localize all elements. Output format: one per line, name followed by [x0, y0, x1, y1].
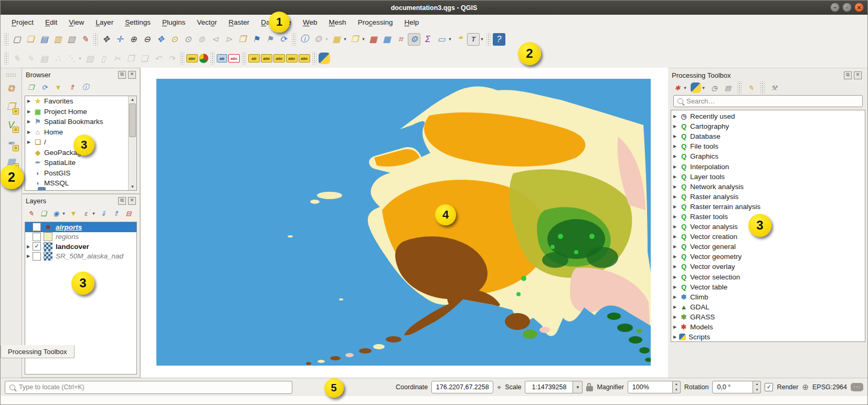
- scale-dropdown-icon[interactable]: ▼: [573, 381, 583, 393]
- processing-group-item[interactable]: ▶✾GRASS: [671, 312, 865, 322]
- new-print-layout-icon[interactable]: ▥▾: [51, 33, 64, 46]
- expand-arrow-icon[interactable]: ▶: [673, 305, 679, 309]
- expand-arrow-icon[interactable]: ▶: [673, 214, 679, 219]
- browser-tree-item[interactable]: ▶⚑Spatial Bookmarks: [25, 117, 128, 127]
- menu-item[interactable]: Web: [297, 16, 323, 28]
- show-hide-labels-icon[interactable]: abc▾: [261, 54, 272, 63]
- zoom-next-icon[interactable]: ⊳▾: [223, 33, 235, 46]
- expand-arrow-icon[interactable]: ▶: [27, 254, 33, 258]
- coordinate-input[interactable]: 176.2207,67.2258: [431, 381, 493, 393]
- refresh-browser-icon[interactable]: ⟳▾: [39, 82, 50, 92]
- scroll-thumb[interactable]: [129, 103, 136, 137]
- expand-arrow-icon[interactable]: ▶: [673, 295, 679, 299]
- expand-arrow-icon[interactable]: ▶: [673, 315, 679, 319]
- zoom-to-layer-icon[interactable]: ⊙▾: [182, 33, 194, 46]
- options-icon[interactable]: ⚒▾: [769, 82, 779, 93]
- detach-panel-icon[interactable]: ⧉: [118, 197, 126, 205]
- close-button[interactable]: ✕: [854, 3, 864, 12]
- save-layer-edits-icon[interactable]: ▤▾: [38, 52, 50, 65]
- edit-features-in-place-icon[interactable]: ✎▾: [746, 82, 756, 93]
- filter-legend-icon[interactable]: ▼▾: [68, 208, 79, 219]
- expand-arrow-icon[interactable]: ▶: [673, 164, 679, 169]
- expand-arrow-icon[interactable]: ▶: [27, 140, 33, 144]
- collapse-all-layers-icon[interactable]: ⇑▾: [111, 208, 121, 219]
- new-shapefile-layer-icon[interactable]: V✱: [4, 118, 18, 132]
- map-tips-icon[interactable]: ❝▾: [453, 33, 466, 46]
- zoom-last-icon[interactable]: ⊲▾: [209, 33, 221, 46]
- processing-group-item[interactable]: ▶QRaster analysis: [671, 192, 865, 202]
- current-edits-icon[interactable]: ✎▾: [10, 52, 23, 65]
- tab-processing-toolbox[interactable]: Processing Toolbox: [1, 345, 75, 358]
- expand-arrow-icon[interactable]: ▶: [27, 99, 33, 103]
- open-attribute-table-icon[interactable]: ▦▾: [380, 33, 393, 46]
- add-selected-layer-icon[interactable]: ❒▾: [26, 82, 36, 92]
- menu-item[interactable]: Settings: [119, 16, 156, 28]
- detach-panel-icon[interactable]: ⧉: [118, 71, 126, 79]
- layer-visibility-checkbox[interactable]: [33, 252, 41, 261]
- processing-group-item[interactable]: ▶QVector selection: [671, 272, 865, 282]
- expand-arrow-icon[interactable]: ▶: [27, 109, 33, 114]
- python-console-icon[interactable]: ▾: [319, 53, 330, 64]
- menu-item[interactable]: View: [63, 16, 90, 28]
- select-features-icon[interactable]: ▦▾: [330, 33, 347, 46]
- processing-group-item[interactable]: ▶◷Recently used: [671, 111, 865, 121]
- zoom-native-icon[interactable]: ⊚▾: [195, 33, 208, 46]
- select-features-by-value-icon[interactable]: ❐▾: [348, 33, 366, 46]
- lock-scale-icon[interactable]: [586, 386, 593, 391]
- crs-status[interactable]: EPSG:2964: [812, 383, 847, 391]
- help-icon[interactable]: ?▾: [493, 33, 505, 46]
- refresh-map-icon[interactable]: ⟳▾: [277, 33, 290, 46]
- toggle-editing-icon[interactable]: ✎▾: [24, 52, 37, 65]
- browser-tree-item[interactable]: ▶⌂Home: [25, 127, 128, 138]
- layer-visibility-checkbox[interactable]: [33, 242, 41, 251]
- processing-group-item[interactable]: ▶▲GDAL: [671, 302, 865, 312]
- dropdown-arrow-icon[interactable]: ▾: [448, 37, 452, 41]
- new-map-view-icon[interactable]: ❒▾: [236, 33, 249, 46]
- close-panel-icon[interactable]: ✕: [854, 71, 862, 79]
- show-layout-manager-icon[interactable]: ▧▾: [65, 33, 78, 46]
- dropdown-arrow-icon[interactable]: ▾: [343, 37, 347, 41]
- processing-group-item[interactable]: ▶QVector overlay: [671, 262, 865, 272]
- menu-item[interactable]: Vector: [191, 16, 223, 28]
- expand-all-icon[interactable]: ⇓▾: [98, 208, 109, 219]
- pan-to-selection-icon[interactable]: ✛▾: [113, 33, 126, 46]
- history-icon[interactable]: ◷▾: [709, 82, 719, 93]
- rotate-label-icon[interactable]: abc▾: [286, 54, 298, 63]
- expand-arrow-icon[interactable]: ▶: [673, 134, 679, 139]
- expand-arrow-icon[interactable]: ▶: [673, 194, 679, 199]
- expand-arrow-icon[interactable]: ▶: [673, 234, 679, 239]
- statistics-icon[interactable]: ⌗▾: [394, 33, 407, 46]
- expand-arrow-icon[interactable]: ▶: [673, 114, 679, 119]
- extents-toggle-icon[interactable]: ⌖: [497, 383, 501, 392]
- dropdown-arrow-icon[interactable]: ▾: [361, 37, 366, 41]
- messages-icon[interactable]: ···: [851, 383, 863, 391]
- save-project-icon[interactable]: ▤▾: [38, 33, 50, 46]
- dropdown-arrow-icon[interactable]: ▾: [324, 37, 329, 41]
- browser-tree-item[interactable]: ▶★Favorites: [25, 96, 128, 107]
- processing-group-item[interactable]: ▶QInterpolation: [671, 161, 865, 171]
- browser-tree-item[interactable]: ▶▣Project Home: [25, 107, 128, 117]
- processing-group-item[interactable]: ▶QNetwork analysis: [671, 182, 865, 192]
- processing-group-item[interactable]: ▶QCartography: [671, 121, 865, 131]
- undo-icon[interactable]: ↶▾: [152, 52, 164, 65]
- processing-group-item[interactable]: ▶QFile tools: [671, 141, 865, 151]
- expand-arrow-icon[interactable]: ▶: [673, 144, 679, 149]
- open-project-icon[interactable]: ❏▾: [24, 33, 37, 46]
- menu-item[interactable]: Help: [398, 16, 425, 28]
- copy-features-icon[interactable]: ❐▾: [124, 52, 137, 65]
- dropdown-arrow-icon[interactable]: ▾: [78, 56, 82, 61]
- results-viewer-icon[interactable]: ▤▾: [723, 82, 733, 93]
- add-group-icon[interactable]: ❏▾: [38, 208, 49, 219]
- layer-labeling-options-icon[interactable]: abc▾: [186, 54, 198, 63]
- filter-by-expression-icon[interactable]: ε▾: [81, 208, 96, 219]
- open-layer-styling-icon[interactable]: ✎▾: [26, 208, 36, 219]
- map-canvas[interactable]: [140, 68, 668, 378]
- expand-arrow-icon[interactable]: ▶: [673, 244, 679, 249]
- processing-group-item[interactable]: ▶✱Models: [671, 322, 865, 332]
- close-panel-icon[interactable]: ✕: [128, 197, 136, 205]
- python-menu-icon[interactable]: ▾: [691, 82, 706, 93]
- processing-group-item[interactable]: ▶QLayer tools: [671, 172, 865, 182]
- expand-arrow-icon[interactable]: ▶: [27, 244, 33, 249]
- dropdown-arrow-icon[interactable]: ▾: [480, 37, 484, 41]
- zoom-full-extent-icon[interactable]: ✥▾: [154, 33, 167, 46]
